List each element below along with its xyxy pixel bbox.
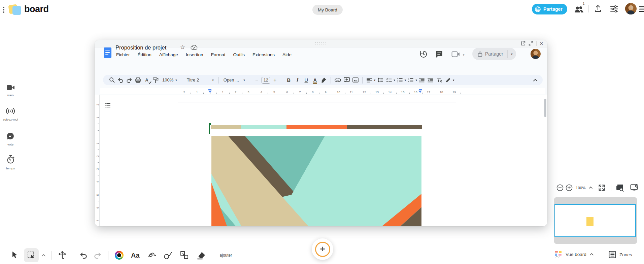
clear-formatting-icon[interactable] — [435, 76, 443, 85]
ruler-margin-marker[interactable] — [418, 91, 422, 93]
caret-down-icon[interactable]: ▾ — [374, 78, 376, 82]
text-tool[interactable]: Aa — [127, 252, 144, 259]
duplicate-tool[interactable] — [176, 251, 193, 260]
tool-expand-chevron[interactable] — [39, 254, 48, 257]
line-spacing-icon[interactable] — [376, 76, 384, 85]
docs-share-button[interactable]: Partager ▾ — [472, 48, 516, 60]
zones-button[interactable]: Zones — [608, 251, 632, 258]
zoom-chevron-icon[interactable] — [587, 187, 594, 189]
spellcheck-icon[interactable]: A — [143, 76, 151, 85]
eraser-tool[interactable] — [193, 251, 209, 260]
document-outline-icon[interactable] — [105, 103, 110, 108]
paint-format-icon[interactable] — [151, 76, 160, 85]
add-menu-label[interactable]: ajouter — [216, 253, 236, 258]
caret-down-icon[interactable]: ▾ — [394, 78, 395, 82]
minimap[interactable] — [554, 197, 637, 244]
docs-menu-item[interactable]: Format — [210, 52, 226, 58]
page-image[interactable] — [211, 136, 421, 226]
docs-title[interactable]: Proposition de projet — [115, 44, 166, 51]
docs-user-avatar[interactable] — [531, 49, 541, 59]
frames-search-icon[interactable] — [613, 184, 628, 192]
bulleted-list-icon[interactable] — [396, 76, 404, 85]
presentation-settings-icon[interactable] — [628, 184, 641, 192]
undo-icon[interactable] — [116, 76, 125, 85]
zoom-select[interactable]: 100%▾ — [160, 77, 179, 82]
font-size-input[interactable]: 12 — [262, 77, 270, 84]
close-window-icon[interactable]: ✕ — [540, 41, 543, 46]
numbered-list-icon[interactable] — [407, 76, 415, 85]
sidebar-item-suivez-moi[interactable]: suivez-moi — [0, 107, 21, 121]
video-call-icon[interactable] — [451, 51, 460, 57]
docs-menu-item[interactable]: Fichier — [115, 52, 131, 58]
caret-down-icon[interactable]: ▾ — [463, 53, 465, 57]
increase-font-size-button[interactable]: + — [271, 76, 279, 85]
document-page[interactable] — [178, 102, 456, 226]
ruler-indent-marker[interactable] — [419, 89, 422, 90]
docs-menu-item[interactable]: Affichage — [159, 52, 179, 58]
bold-button[interactable]: B — [285, 76, 293, 85]
insert-link-icon[interactable] — [334, 76, 342, 85]
view-chevron-icon[interactable] — [590, 253, 594, 256]
sidebar-item-temps[interactable]: temps — [0, 155, 21, 170]
docs-scrollbar[interactable] — [544, 99, 546, 117]
user-avatar[interactable] — [625, 3, 637, 14]
increase-indent-icon[interactable] — [427, 76, 435, 85]
sidebar-item-visio[interactable]: visio — [0, 84, 21, 97]
cloud-saved-icon[interactable] — [191, 44, 198, 50]
decrease-indent-icon[interactable] — [418, 76, 426, 85]
draw-tool[interactable] — [144, 251, 160, 259]
zoom-in-button[interactable] — [565, 184, 574, 191]
version-history-icon[interactable] — [419, 50, 428, 58]
add-button[interactable]: + — [312, 238, 333, 260]
app-logo[interactable]: board — [9, 4, 69, 16]
add-comment-icon[interactable] — [343, 76, 351, 85]
checklist-icon[interactable] — [385, 76, 393, 85]
docs-menu-item[interactable]: Édition — [137, 52, 152, 58]
collaborators-button[interactable] — [574, 5, 584, 14]
shape-tool[interactable] — [160, 251, 176, 260]
pen-mode-icon[interactable] — [444, 76, 452, 85]
caret-down-icon[interactable]: ▾ — [453, 78, 454, 82]
collapse-toolbar-icon[interactable] — [531, 76, 539, 85]
italic-button[interactable]: I — [294, 76, 302, 85]
minimap-viewport[interactable] — [554, 204, 636, 237]
marquee-select-tool[interactable] — [24, 248, 39, 262]
align-icon[interactable] — [365, 76, 373, 85]
drag-handle[interactable] — [315, 42, 327, 44]
caret-down-icon[interactable]: ▾ — [508, 52, 516, 56]
decrease-font-size-button[interactable]: − — [253, 76, 261, 85]
docs-menu-item[interactable]: Extensions — [252, 52, 275, 58]
board-view-switcher[interactable]: Vue board — [555, 251, 594, 258]
redo-icon[interactable] — [125, 76, 133, 85]
docs-menu-item[interactable]: Insertion — [185, 52, 204, 58]
zoom-level[interactable]: 100% — [574, 186, 587, 190]
open-in-new-icon[interactable] — [521, 41, 526, 46]
insert-image-icon[interactable] — [351, 76, 360, 85]
select-cursor-tool[interactable] — [8, 251, 21, 259]
highlighter-icon[interactable] — [320, 76, 328, 85]
ruler-indent-marker[interactable] — [208, 89, 211, 90]
font-select[interactable]: Open ...▾ — [222, 77, 247, 82]
fit-screen-icon[interactable] — [594, 185, 610, 191]
color-picker-tool[interactable] — [111, 251, 127, 260]
sidebar-item-vote[interactable]: vote — [0, 132, 21, 146]
underline-button[interactable]: U — [302, 76, 310, 85]
docs-menu-item[interactable]: Aide — [282, 52, 292, 58]
caret-down-icon[interactable]: ▾ — [405, 78, 406, 82]
undo-button[interactable] — [76, 252, 91, 259]
expand-window-icon[interactable] — [529, 41, 533, 46]
star-icon[interactable]: ☆ — [180, 44, 185, 51]
comments-icon[interactable] — [435, 50, 443, 58]
settings-sliders-icon[interactable] — [610, 5, 619, 13]
edge-menu-icon[interactable] — [639, 6, 644, 12]
search-icon[interactable] — [108, 76, 116, 85]
export-button[interactable] — [594, 4, 602, 13]
share-button[interactable]: Partager — [532, 4, 567, 14]
paragraph-style-select[interactable]: Titre 2▾ — [185, 77, 216, 82]
move-tool[interactable] — [55, 251, 70, 260]
zoom-out-button[interactable] — [555, 184, 565, 191]
app-menu-kebab-icon[interactable] — [3, 6, 4, 14]
caret-down-icon[interactable]: ▾ — [415, 78, 417, 82]
text-color-button[interactable]: A — [311, 76, 319, 85]
board-tab[interactable]: My Board — [312, 5, 343, 15]
